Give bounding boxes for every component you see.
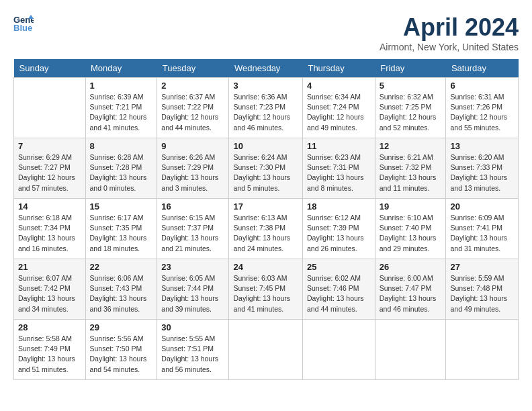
logo: General Blue [13,13,36,34]
day-info: Sunrise: 6:20 AMSunset: 7:33 PMDaylight:… [450,152,514,193]
calendar-day-cell: 29Sunrise: 5:56 AMSunset: 7:50 PMDayligh… [85,320,157,380]
calendar-table: SundayMondayTuesdayWednesdayThursdayFrid… [13,59,519,380]
calendar-week-row: 21Sunrise: 6:07 AMSunset: 7:42 PMDayligh… [14,259,519,320]
calendar-day-cell [229,320,303,380]
day-info: Sunrise: 6:05 AMSunset: 7:44 PMDaylight:… [161,273,224,314]
day-number: 14 [18,201,81,212]
day-number: 1 [90,81,153,91]
day-info: Sunrise: 6:34 AMSunset: 7:24 PMDaylight:… [307,92,371,133]
calendar-day-cell: 11Sunrise: 6:23 AMSunset: 7:31 PMDayligh… [302,138,375,199]
day-number: 29 [90,322,153,332]
calendar-week-row: 28Sunrise: 5:58 AMSunset: 7:49 PMDayligh… [14,320,519,380]
day-info: Sunrise: 6:10 AMSunset: 7:40 PMDaylight:… [380,213,442,254]
day-info: Sunrise: 5:55 AMSunset: 7:51 PMDaylight:… [161,334,224,375]
day-info: Sunrise: 6:31 AMSunset: 7:26 PMDaylight:… [450,92,514,133]
calendar-day-cell: 22Sunrise: 6:06 AMSunset: 7:43 PMDayligh… [85,259,157,320]
day-number: 24 [233,262,298,272]
day-info: Sunrise: 6:17 AMSunset: 7:35 PMDaylight:… [90,213,153,254]
day-info: Sunrise: 6:12 AMSunset: 7:39 PMDaylight:… [307,213,371,254]
location: Airmont, New York, United States [380,42,519,52]
day-info: Sunrise: 6:26 AMSunset: 7:29 PMDaylight:… [161,152,224,193]
day-number: 8 [90,141,153,151]
calendar-day-cell: 26Sunrise: 6:00 AMSunset: 7:47 PMDayligh… [375,259,446,320]
day-number: 19 [380,201,442,212]
page-header: General Blue April 2024 Airmont, New Yor… [13,13,519,52]
day-info: Sunrise: 6:13 AMSunset: 7:38 PMDaylight:… [233,213,298,254]
day-number: 30 [161,322,224,332]
calendar-day-cell: 2Sunrise: 6:37 AMSunset: 7:22 PMDaylight… [157,78,229,138]
weekday-header-cell: Friday [375,59,446,78]
calendar-day-cell: 3Sunrise: 6:36 AMSunset: 7:23 PMDaylight… [229,78,303,138]
day-number: 7 [18,141,81,151]
calendar-day-cell: 28Sunrise: 5:58 AMSunset: 7:49 PMDayligh… [14,320,86,380]
calendar-day-cell: 15Sunrise: 6:17 AMSunset: 7:35 PMDayligh… [85,199,157,259]
day-number: 16 [161,201,224,212]
day-number: 9 [161,141,224,151]
day-number: 15 [90,201,153,212]
day-number: 3 [233,81,298,91]
day-info: Sunrise: 6:24 AMSunset: 7:30 PMDaylight:… [233,152,298,193]
day-info: Sunrise: 6:32 AMSunset: 7:25 PMDaylight:… [380,92,442,133]
calendar-day-cell [302,320,375,380]
day-number: 2 [161,81,224,91]
calendar-day-cell: 4Sunrise: 6:34 AMSunset: 7:24 PMDaylight… [302,78,375,138]
calendar-day-cell: 7Sunrise: 6:29 AMSunset: 7:27 PMDaylight… [14,138,86,199]
calendar-body: 1Sunrise: 6:39 AMSunset: 7:21 PMDaylight… [14,78,519,380]
day-number: 22 [90,262,153,272]
calendar-day-cell: 24Sunrise: 6:03 AMSunset: 7:45 PMDayligh… [229,259,303,320]
calendar-day-cell: 10Sunrise: 6:24 AMSunset: 7:30 PMDayligh… [229,138,303,199]
day-info: Sunrise: 6:37 AMSunset: 7:22 PMDaylight:… [161,92,224,133]
calendar-day-cell: 14Sunrise: 6:18 AMSunset: 7:34 PMDayligh… [14,199,86,259]
day-info: Sunrise: 6:18 AMSunset: 7:34 PMDaylight:… [18,213,81,254]
day-info: Sunrise: 5:56 AMSunset: 7:50 PMDaylight:… [90,334,153,375]
calendar-day-cell [446,320,519,380]
day-info: Sunrise: 6:00 AMSunset: 7:47 PMDaylight:… [380,273,442,314]
day-info: Sunrise: 5:59 AMSunset: 7:48 PMDaylight:… [450,273,514,314]
logo-icon: General Blue [13,13,34,34]
calendar-day-cell [375,320,446,380]
day-number: 25 [307,262,371,272]
title-area: April 2024 Airmont, New York, United Sta… [380,13,519,52]
day-number: 18 [307,201,371,212]
day-number: 12 [380,141,442,151]
calendar-day-cell: 5Sunrise: 6:32 AMSunset: 7:25 PMDaylight… [375,78,446,138]
day-info: Sunrise: 6:15 AMSunset: 7:37 PMDaylight:… [161,213,224,254]
weekday-header-cell: Wednesday [229,59,303,78]
calendar-day-cell: 16Sunrise: 6:15 AMSunset: 7:37 PMDayligh… [157,199,229,259]
calendar-day-cell: 27Sunrise: 5:59 AMSunset: 7:48 PMDayligh… [446,259,519,320]
day-number: 11 [307,141,371,151]
calendar-day-cell: 8Sunrise: 6:28 AMSunset: 7:28 PMDaylight… [85,138,157,199]
day-info: Sunrise: 6:06 AMSunset: 7:43 PMDaylight:… [90,273,153,314]
weekday-header-cell: Saturday [446,59,519,78]
month-title: April 2024 [380,13,519,42]
calendar-day-cell: 1Sunrise: 6:39 AMSunset: 7:21 PMDaylight… [85,78,157,138]
day-info: Sunrise: 6:23 AMSunset: 7:31 PMDaylight:… [307,152,371,193]
calendar-week-row: 1Sunrise: 6:39 AMSunset: 7:21 PMDaylight… [14,78,519,138]
calendar-day-cell: 12Sunrise: 6:21 AMSunset: 7:32 PMDayligh… [375,138,446,199]
calendar-day-cell: 20Sunrise: 6:09 AMSunset: 7:41 PMDayligh… [446,199,519,259]
calendar-day-cell: 25Sunrise: 6:02 AMSunset: 7:46 PMDayligh… [302,259,375,320]
svg-text:Blue: Blue [13,23,32,33]
weekday-header-cell: Monday [85,59,157,78]
day-number: 10 [233,141,298,151]
day-number: 23 [161,262,224,272]
calendar-day-cell: 6Sunrise: 6:31 AMSunset: 7:26 PMDaylight… [446,78,519,138]
day-number: 6 [450,81,514,91]
day-info: Sunrise: 6:03 AMSunset: 7:45 PMDaylight:… [233,273,298,314]
weekday-header-cell: Sunday [14,59,86,78]
calendar-day-cell: 21Sunrise: 6:07 AMSunset: 7:42 PMDayligh… [14,259,86,320]
day-info: Sunrise: 6:09 AMSunset: 7:41 PMDaylight:… [450,213,514,254]
calendar-day-cell: 18Sunrise: 6:12 AMSunset: 7:39 PMDayligh… [302,199,375,259]
calendar-day-cell: 30Sunrise: 5:55 AMSunset: 7:51 PMDayligh… [157,320,229,380]
calendar-day-cell: 13Sunrise: 6:20 AMSunset: 7:33 PMDayligh… [446,138,519,199]
day-number: 26 [380,262,442,272]
day-number: 28 [18,322,81,332]
calendar-day-cell: 23Sunrise: 6:05 AMSunset: 7:44 PMDayligh… [157,259,229,320]
day-info: Sunrise: 6:28 AMSunset: 7:28 PMDaylight:… [90,152,153,193]
calendar-day-cell: 9Sunrise: 6:26 AMSunset: 7:29 PMDaylight… [157,138,229,199]
day-info: Sunrise: 6:29 AMSunset: 7:27 PMDaylight:… [18,152,81,193]
day-number: 21 [18,262,81,272]
weekday-header-cell: Thursday [302,59,375,78]
day-number: 20 [450,201,514,212]
weekday-header-cell: Tuesday [157,59,229,78]
